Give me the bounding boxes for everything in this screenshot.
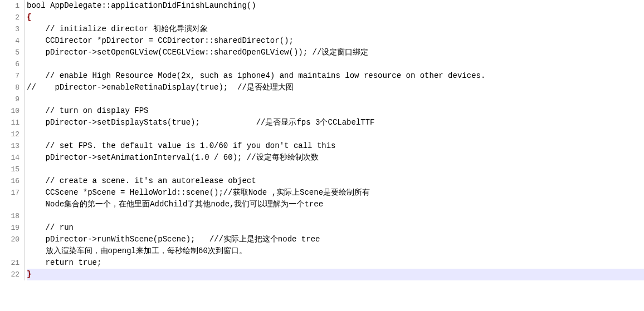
line-number: 4 (0, 35, 19, 47)
line-number: 16 (0, 175, 19, 187)
code-line: pDirector->runWithScene(pScene); ///实际上是… (27, 234, 644, 245)
code-line (27, 58, 644, 70)
code-editor: 1 2 3 4 5 6 7 8 9 10 11 12 13 14 15 16 1… (0, 0, 644, 280)
line-number: 15 (0, 164, 19, 175)
code-line-highlight: } (27, 269, 644, 280)
close-brace: } (27, 270, 31, 279)
code-line: // set FPS. the default value is 1.0/60 … (27, 140, 644, 152)
line-number: 14 (0, 152, 19, 164)
code-line: return true; (27, 257, 644, 269)
code-line: { (27, 12, 644, 23)
line-number: 13 (0, 140, 19, 152)
line-number: 2 (0, 12, 19, 23)
code-wrap-line: Node集合的第一个，在他里面AddChild了其他node,我们可以理解为一个… (27, 199, 644, 210)
line-number: 17 (0, 187, 19, 199)
line-number: 9 (0, 93, 19, 105)
line-number (0, 199, 19, 210)
code-line: CCDirector *pDirector = CCDirector::shar… (27, 35, 644, 47)
code-line: pDirector->setDisplayStats(true); //是否显示… (27, 117, 644, 129)
line-number (0, 245, 19, 257)
line-number-gutter: 1 2 3 4 5 6 7 8 9 10 11 12 13 14 15 16 1… (0, 0, 25, 280)
code-line (27, 93, 644, 105)
code-line: // initialize director 初始化导演对象 (27, 23, 644, 35)
line-number: 8 (0, 82, 19, 93)
line-number: 11 (0, 117, 19, 129)
code-line: // create a scene. it's an autorelease o… (27, 175, 644, 187)
code-line: pDirector->setAnimationInterval(1.0 / 60… (27, 152, 644, 164)
code-line: // run (27, 222, 644, 234)
code-area[interactable]: bool AppDelegate::applicationDidFinishLa… (25, 0, 644, 280)
code-line (27, 129, 644, 140)
code-line: CCScene *pScene = HelloWorld::scene();//… (27, 187, 644, 199)
code-line (27, 164, 644, 175)
line-number: 10 (0, 105, 19, 117)
line-number: 19 (0, 222, 19, 234)
open-brace: { (27, 13, 31, 22)
line-number: 18 (0, 210, 19, 222)
line-number: 12 (0, 129, 19, 140)
code-wrap-line: 放入渲染车间，由opengl来加工，每秒绘制60次到窗口。 (27, 245, 644, 257)
code-line: // enable High Resource Mode(2x, such as… (27, 70, 644, 82)
code-line: pDirector->setOpenGLView(CCEGLView::shar… (27, 47, 644, 58)
line-number: 3 (0, 23, 19, 35)
code-line: bool AppDelegate::applicationDidFinishLa… (27, 0, 644, 12)
line-number: 20 (0, 234, 19, 245)
code-line (27, 210, 644, 222)
line-number: 22 (0, 269, 19, 280)
code-line: // turn on display FPS (27, 105, 644, 117)
code-line: // pDirector->enableRetinaDisplay(true);… (27, 82, 644, 93)
line-number: 21 (0, 257, 19, 269)
line-number: 5 (0, 47, 19, 58)
line-number: 1 (0, 0, 19, 12)
line-number: 6 (0, 58, 19, 70)
line-number: 7 (0, 70, 19, 82)
